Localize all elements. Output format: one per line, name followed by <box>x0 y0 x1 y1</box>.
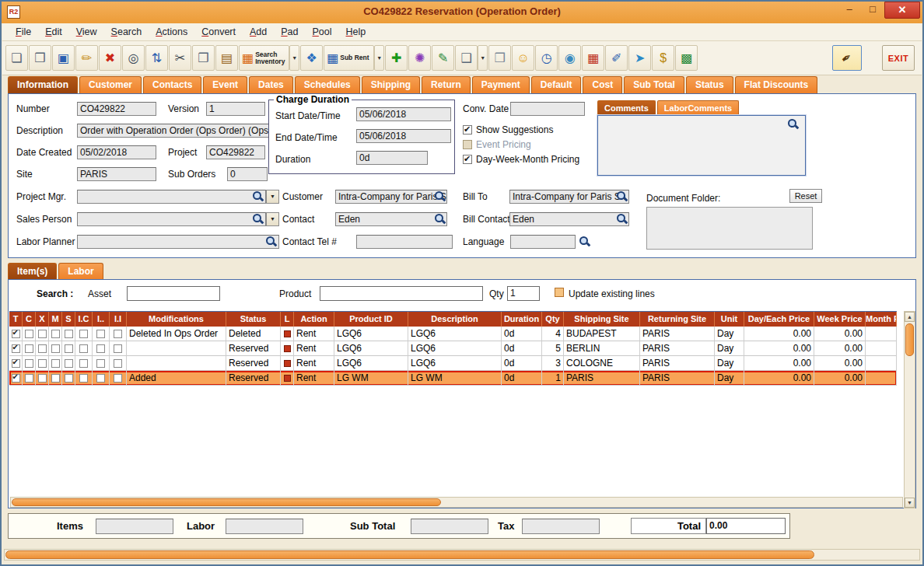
row-checkbox[interactable] <box>79 330 88 338</box>
inventory-button[interactable]: ▩ <box>675 45 698 71</box>
feedback-button[interactable]: ☺ <box>512 45 534 71</box>
tab-return[interactable]: Return <box>422 76 471 93</box>
add-button[interactable]: ✚ <box>385 45 408 71</box>
tab-flat-discounts[interactable]: Flat Discounts <box>735 76 818 93</box>
menu-item-convert[interactable]: Convert <box>194 23 243 40</box>
tab-cost[interactable]: Cost <box>583 76 622 93</box>
menu-item-pad[interactable]: Pad <box>274 23 305 40</box>
tab-dates[interactable]: Dates <box>249 76 293 93</box>
groups-button[interactable]: ✺ <box>408 45 431 71</box>
comments-textarea[interactable] <box>597 115 806 176</box>
scroll-up-button[interactable]: ▲ <box>905 312 915 322</box>
table-row[interactable]: ReservedRentLGQ6LGQ60d5BERLINPARISDay0.0… <box>9 341 897 356</box>
delete-button[interactable]: ✖ <box>99 45 121 71</box>
product-field[interactable] <box>320 286 483 301</box>
tab-information[interactable]: Information <box>8 76 78 93</box>
row-checkbox[interactable] <box>96 359 105 368</box>
minimize-button[interactable]: – <box>838 2 861 19</box>
customer-field[interactable]: Intra-Company for Paris Sh <box>335 190 447 204</box>
project-mgr-field[interactable] <box>77 190 266 204</box>
tab-customer[interactable]: Customer <box>79 76 142 93</box>
copy-button[interactable]: ❐ <box>192 45 215 71</box>
end-date-field[interactable]: 05/06/2018 <box>356 129 451 143</box>
document-folder-box[interactable] <box>646 207 813 250</box>
duration-field[interactable]: 0d <box>356 151 428 165</box>
tab-comments[interactable]: Comments <box>597 100 656 115</box>
reset-button[interactable]: Reset <box>789 189 822 203</box>
media-button[interactable]: ◉ <box>558 45 581 71</box>
tab-default[interactable]: Default <box>531 76 582 93</box>
transfer-button[interactable]: ➤ <box>628 45 651 71</box>
new-order-button[interactable]: ❏ <box>5 45 28 71</box>
print-button[interactable]: ❒ <box>29 45 51 71</box>
bottom-scroll-thumb[interactable] <box>5 550 814 559</box>
tab-contacts[interactable]: Contacts <box>143 76 201 93</box>
description-field[interactable]: Order with Operation Order (Ops Order) (… <box>77 124 278 138</box>
tab-payment[interactable]: Payment <box>472 76 530 93</box>
row-checkbox[interactable] <box>25 374 33 383</box>
row-checkbox[interactable] <box>25 330 33 338</box>
row-checkbox[interactable] <box>38 359 47 368</box>
find-button[interactable]: ◎ <box>122 45 145 71</box>
menu-item-add[interactable]: Add <box>243 23 274 40</box>
row-checkbox[interactable] <box>38 330 47 338</box>
bill-contact-field[interactable]: Eden <box>509 212 629 226</box>
cut-button[interactable]: ✂ <box>169 45 191 71</box>
sales-person-dropdown[interactable]: ▼ <box>266 212 279 226</box>
bill-to-field[interactable]: Intra-Company for Paris Sh <box>509 190 629 204</box>
row-checkbox[interactable] <box>12 374 20 383</box>
row-checkbox[interactable] <box>114 359 122 368</box>
contact-tel-field[interactable] <box>356 235 453 249</box>
day-week-month-pricing-checkbox[interactable] <box>463 155 472 164</box>
row-checkbox[interactable] <box>65 344 73 353</box>
table-row[interactable]: AddedReservedRentLG WMLG WM0d1PARISPARIS… <box>9 371 897 386</box>
labor-planner-search-icon[interactable] <box>265 236 277 247</box>
row-checkbox[interactable] <box>65 359 73 368</box>
tab-event[interactable]: Event <box>203 76 247 93</box>
maximize-button[interactable]: □ <box>861 2 884 19</box>
row-checkbox[interactable] <box>12 330 20 338</box>
event-pricing-checkbox[interactable] <box>463 140 472 149</box>
bottom-scrollbar[interactable] <box>4 549 920 561</box>
sales-person-search-icon[interactable] <box>252 213 264 225</box>
language-field[interactable] <box>510 235 576 249</box>
comments-search-icon[interactable] <box>787 118 799 130</box>
sub-rent-button[interactable]: ▦Sub Rent <box>324 45 374 71</box>
menu-item-pool[interactable]: Pool <box>306 23 339 40</box>
scroll-down-button[interactable]: ▼ <box>905 498 915 508</box>
start-date-field[interactable]: 05/06/2018 <box>356 107 451 121</box>
menu-item-actions[interactable]: Actions <box>149 23 194 40</box>
paste-button[interactable]: ▤ <box>215 45 238 71</box>
menu-item-file[interactable]: File <box>9 23 38 40</box>
row-checkbox[interactable] <box>51 344 60 353</box>
import-export-button[interactable]: ⇅ <box>145 45 168 71</box>
sales-person-field[interactable] <box>77 212 266 226</box>
project-mgr-dropdown[interactable]: ▼ <box>266 190 279 204</box>
duplicate-button[interactable]: ❑ <box>455 45 478 71</box>
search-inventory-button[interactable]: ▦Search Inventory <box>239 45 289 71</box>
site-field[interactable]: PARIS <box>77 167 156 181</box>
customer-search-icon[interactable] <box>434 190 446 202</box>
contact-search-icon[interactable] <box>434 213 446 225</box>
notes-button[interactable]: ✐ <box>605 45 628 71</box>
labor-planner-field[interactable] <box>77 235 279 249</box>
items-horizontal-scrollbar[interactable] <box>10 497 903 508</box>
contact-field[interactable]: Eden <box>335 212 447 226</box>
tab-schedules[interactable]: Schedules <box>295 76 360 93</box>
row-checkbox[interactable] <box>12 359 20 368</box>
date-created-field[interactable]: 05/02/2018 <box>77 145 156 159</box>
row-checkbox[interactable] <box>12 344 20 353</box>
tab-shipping[interactable]: Shipping <box>362 76 420 93</box>
row-checkbox[interactable] <box>38 374 47 383</box>
row-checkbox[interactable] <box>79 344 88 353</box>
billing-button[interactable]: $ <box>652 45 674 71</box>
menu-item-search[interactable]: Search <box>104 23 149 40</box>
edit-note-button[interactable]: ✎ <box>432 45 454 71</box>
row-checkbox[interactable] <box>65 330 73 338</box>
bill-contact-search-icon[interactable] <box>616 213 628 225</box>
tab-item-s[interactable]: Item(s) <box>8 263 57 280</box>
tab-sub-total[interactable]: Sub Total <box>624 76 684 93</box>
project-field[interactable]: CO429822 <box>206 145 265 159</box>
qty-field[interactable]: 1 <box>507 286 540 301</box>
table-row[interactable]: Deleted In Ops OrderDeletedRentLGQ6LGQ60… <box>9 327 897 341</box>
